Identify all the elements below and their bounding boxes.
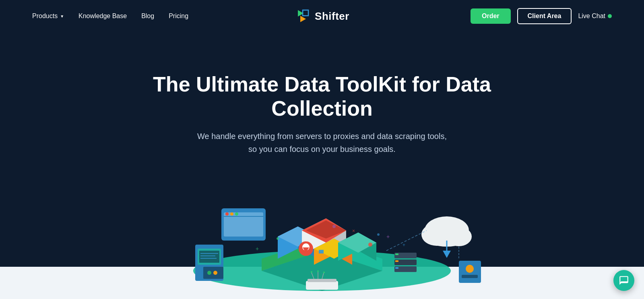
svg-text:+: + xyxy=(386,233,390,240)
svg-rect-69 xyxy=(395,253,398,255)
svg-text:+: + xyxy=(402,242,405,248)
svg-marker-2 xyxy=(303,10,308,16)
svg-rect-39 xyxy=(230,212,233,216)
svg-rect-40 xyxy=(235,212,238,216)
navbar: Products ▼ Knowledge Base Blog Pricing S… xyxy=(0,0,644,32)
svg-text:+: + xyxy=(256,245,259,252)
svg-rect-38 xyxy=(225,212,229,216)
hero-illustration: + + + × xyxy=(121,146,523,299)
nav-right: Order Client Area Live Chat xyxy=(471,8,612,24)
svg-rect-61 xyxy=(308,279,336,282)
svg-rect-28 xyxy=(199,251,219,263)
svg-point-44 xyxy=(277,237,279,240)
live-chat-link[interactable]: Live Chat xyxy=(578,12,612,20)
svg-point-67 xyxy=(323,272,325,273)
live-chat-status-dot xyxy=(608,14,612,18)
svg-line-58 xyxy=(386,230,427,251)
logo[interactable]: Shifter xyxy=(295,8,349,25)
svg-text:×: × xyxy=(352,228,355,234)
svg-point-33 xyxy=(207,271,211,275)
svg-point-65 xyxy=(311,271,312,273)
svg-point-43 xyxy=(332,225,336,228)
svg-marker-1 xyxy=(300,16,306,22)
logo-icon xyxy=(295,8,312,25)
nav-blog[interactable]: Blog xyxy=(141,12,154,20)
nav-knowledge-base[interactable]: Knowledge Base xyxy=(78,12,127,20)
hero-content: The Ultimate Data ToolKit for Data Colle… xyxy=(141,73,503,156)
svg-point-41 xyxy=(368,243,372,247)
order-button[interactable]: Order xyxy=(471,8,511,24)
svg-point-66 xyxy=(317,270,319,272)
nav-products[interactable]: Products ▼ xyxy=(32,12,64,20)
hero-section: Products ▼ Knowledge Base Blog Pricing S… xyxy=(0,0,644,299)
svg-rect-71 xyxy=(395,260,398,262)
svg-rect-73 xyxy=(395,267,398,269)
nav-left: Products ▼ Knowledge Base Blog Pricing xyxy=(32,12,188,20)
client-area-button[interactable]: Client Area xyxy=(517,8,572,24)
logo-text: Shifter xyxy=(315,10,349,23)
svg-rect-19 xyxy=(319,250,324,253)
svg-rect-57 xyxy=(462,275,478,278)
chat-icon xyxy=(619,275,629,286)
svg-rect-60 xyxy=(306,281,338,290)
svg-point-56 xyxy=(466,265,474,273)
svg-marker-54 xyxy=(443,251,451,258)
svg-point-34 xyxy=(213,271,217,275)
hero-title: The Ultimate Data ToolKit for Data Colle… xyxy=(141,73,503,121)
nav-pricing[interactable]: Pricing xyxy=(169,12,188,20)
chat-bubble-button[interactable] xyxy=(613,270,634,291)
svg-point-42 xyxy=(377,233,380,236)
chevron-down-icon: ▼ xyxy=(60,14,64,19)
